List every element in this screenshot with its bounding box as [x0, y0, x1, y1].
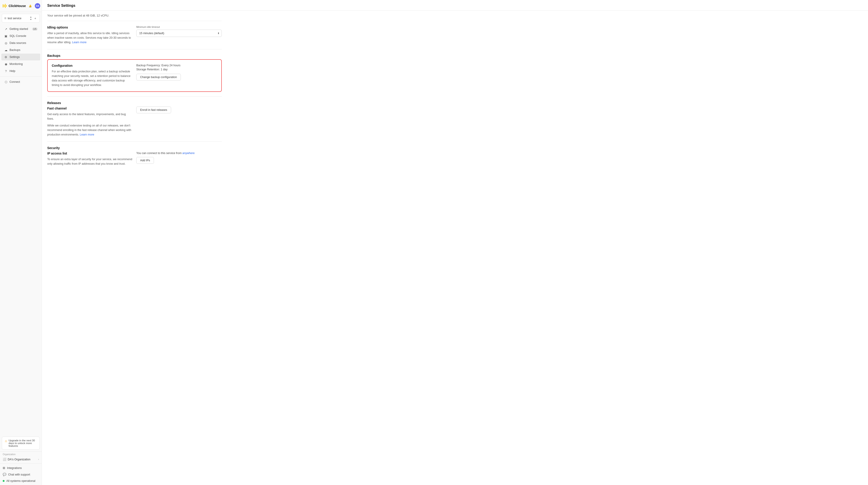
sidebar-item-settings[interactable]: ⚙ Settings: [1, 54, 40, 60]
backups-section-title: Backups: [47, 54, 222, 57]
releases-section-title: Releases: [47, 101, 222, 105]
add-ips-button[interactable]: Add IPs: [136, 157, 154, 164]
integrations-label: Integrations: [7, 466, 22, 469]
backups-description-col: Configuration For an effective data prot…: [52, 64, 133, 87]
sidebar: ClickHouse 🔔 DA ⊞ test service ▲ ▼ + ↗ G…: [0, 0, 42, 485]
idling-title: Idling options: [47, 26, 133, 29]
content-area: Your service will be pinned at 48 GiB, 1…: [42, 11, 227, 176]
sidebar-item-monitoring[interactable]: ◉ Monitoring: [1, 61, 40, 67]
nav-label-getting-started: Getting started: [9, 27, 28, 31]
idle-timeout-select[interactable]: 15 minutes (default) 30 minutes 1 hour N…: [136, 30, 222, 37]
idling-description-col: Idling options After a period of inactiv…: [47, 26, 133, 45]
storage-retention-line: Storage Retention: 1 day: [136, 68, 217, 71]
nav-badge-getting-started: 1/5: [32, 28, 37, 31]
change-backup-config-button[interactable]: Change backup configuration: [136, 74, 181, 81]
org-name: DA's Organization: [8, 458, 30, 461]
logo-bar-3: [5, 4, 6, 8]
releases-learn-more-link[interactable]: Learn more: [80, 133, 94, 136]
settings-icon: ⚙: [4, 55, 8, 59]
sidebar-item-integrations[interactable]: ⊞ Integrations: [1, 465, 40, 471]
help-circle-icon: ?: [4, 69, 8, 73]
sidebar-item-connect[interactable]: ⬡ Connect: [1, 79, 40, 85]
avatar[interactable]: DA: [35, 3, 40, 8]
sidebar-item-data-sources[interactable]: ◎ Data sources: [1, 39, 40, 46]
backups-info-col: Backup Frequency: Every 24 hours Storage…: [136, 64, 217, 87]
nav-label-help: Help: [9, 69, 16, 73]
chevron-right-icon: ›: [38, 458, 39, 461]
logo-bar-2: [4, 5, 4, 7]
idling-controls-col: Minimum idle timeout 15 minutes (default…: [136, 26, 222, 45]
service-controls: ▲ ▼: [30, 16, 32, 21]
terminal-icon: ▣: [4, 34, 8, 38]
upgrade-text: Upgrade in the next 30 days to unlock mo…: [8, 439, 37, 447]
idling-learn-more-link[interactable]: Learn more: [72, 41, 87, 44]
service-name: test service: [8, 17, 29, 20]
nav-label-sql-console: SQL Console: [9, 34, 26, 37]
page-title: Service Settings: [47, 4, 863, 8]
upgrade-box[interactable]: ⚠ Upgrade in the next 30 days to unlock …: [2, 436, 40, 450]
security-description-col: IP access list To ensure an extra layer …: [47, 151, 133, 166]
activity-icon: ◉: [4, 62, 8, 66]
bottom-section: ⊞ Integrations 💬 Chat with support All s…: [0, 463, 41, 485]
status-label: All systems operational: [6, 479, 35, 483]
backups-section: Backups Configuration For an effective d…: [47, 49, 222, 96]
backups-card-inner: Configuration For an effective data prot…: [52, 64, 217, 87]
page-header: Service Settings: [42, 0, 868, 11]
fast-channel-desc1: Get early access to the latest features,…: [47, 112, 133, 121]
logo-icon: [3, 4, 7, 8]
ip-access-title: IP access list: [47, 151, 133, 155]
pinned-notice: Your service will be pinned at 48 GiB, 1…: [47, 11, 222, 21]
notification-bell-icon[interactable]: 🔔: [28, 3, 33, 8]
sidebar-item-backups[interactable]: ☁ Backups: [1, 47, 40, 53]
org-icon: ⬜: [3, 458, 6, 461]
plug-icon: ⬡: [4, 80, 8, 84]
org-label: Organization: [3, 453, 39, 456]
logo-bar-1: [3, 4, 3, 7]
releases-inner: Fast channel Get early access to the lat…: [47, 107, 222, 137]
security-controls-col: You can connect to this service from any…: [136, 151, 222, 166]
sidebar-item-chat-support[interactable]: 💬 Chat with support: [1, 471, 40, 478]
sidebar-header: ClickHouse 🔔 DA: [0, 0, 41, 12]
database-icon: ◎: [4, 41, 8, 45]
org-section: Organization ⬜ DA's Organization ›: [0, 452, 41, 463]
backups-card: Configuration For an effective data prot…: [47, 59, 222, 92]
sidebar-item-getting-started[interactable]: ↗ Getting started 1/5: [1, 26, 40, 32]
fast-channel-title: Fast channel: [47, 107, 133, 110]
backup-frequency-line: Backup Frequency: Every 24 hours: [136, 64, 217, 67]
service-selector[interactable]: ⊞ test service ▲ ▼ +: [2, 14, 40, 23]
idling-description: After a period of inactivity, allow this…: [47, 31, 133, 45]
backups-config-title: Configuration: [52, 64, 133, 67]
grid-icon: ⊞: [3, 466, 5, 469]
logo-bar-4: [6, 5, 7, 7]
sidebar-item-help[interactable]: ? Help: [1, 68, 40, 75]
releases-controls-col: Enroll in fast releases: [136, 107, 222, 137]
idling-section: Idling options After a period of inactiv…: [47, 21, 222, 49]
releases-section: Releases Fast channel Get early access t…: [47, 96, 222, 142]
security-section: Security IP access list To ensure an ext…: [47, 142, 222, 171]
app-name: ClickHouse: [8, 4, 26, 8]
nav-label-monitoring: Monitoring: [9, 62, 23, 66]
status-dot-icon: [3, 480, 4, 482]
connect-text: You can connect to this service from any…: [136, 151, 222, 155]
archive-icon: ☁: [4, 48, 8, 52]
enroll-fast-releases-button[interactable]: Enroll in fast releases: [136, 107, 171, 113]
add-service-button[interactable]: +: [33, 16, 37, 20]
cursor-icon: ↗: [4, 27, 8, 31]
org-item[interactable]: ⬜ DA's Organization ›: [3, 456, 39, 462]
nav-section: ↗ Getting started 1/5 ▣ SQL Console ◎ Da…: [0, 24, 41, 435]
chat-support-label: Chat with support: [8, 473, 30, 476]
security-section-title: Security: [47, 146, 222, 150]
idle-timeout-select-wrapper: 15 minutes (default) 30 minutes 1 hour N…: [136, 30, 222, 37]
nav-label-connect: Connect: [9, 80, 20, 83]
anywhere-link[interactable]: anywhere: [182, 151, 195, 155]
sidebar-item-status: All systems operational: [1, 478, 40, 484]
nav-label-settings: Settings: [9, 55, 20, 59]
message-icon: 💬: [3, 473, 6, 476]
idle-timeout-label: Minimum idle timeout: [136, 26, 222, 28]
sidebar-item-sql-console[interactable]: ▣ SQL Console: [1, 33, 40, 39]
backups-config-description: For an effective data protection plan, s…: [52, 69, 133, 87]
ip-access-description: To ensure an extra layer of security for…: [47, 157, 133, 166]
main-content: Service Settings Your service will be pi…: [42, 0, 868, 485]
security-inner: IP access list To ensure an extra layer …: [47, 151, 222, 166]
nav-label-data-sources: Data sources: [9, 41, 26, 45]
